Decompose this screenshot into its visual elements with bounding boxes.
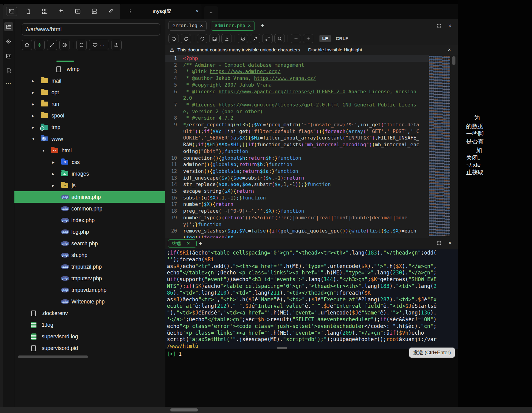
undo-icon[interactable] — [168, 34, 179, 43]
prompt-input[interactable]: 1 — [179, 351, 182, 357]
refresh-icon[interactable] — [197, 34, 207, 43]
tree-item[interactable]: ▶spool — [14, 110, 165, 121]
line-number: 10 — [165, 155, 183, 162]
tab-terminal[interactable]: 终端 × — [168, 239, 197, 248]
plus-icon[interactable] — [303, 34, 313, 43]
chevron-collapsed-icon[interactable]: ▶ — [32, 91, 41, 94]
file-icon[interactable] — [21, 6, 35, 17]
app-tab-mysql[interactable]: mysql应 × — [120, 4, 202, 19]
chevron-collapsed-icon[interactable]: ▶ — [32, 126, 41, 129]
more-icon[interactable]: ··· — [4, 79, 13, 88]
fit-icon[interactable] — [47, 40, 57, 50]
taskbar-handle[interactable] — [170, 408, 198, 411]
tree-item[interactable]: phpindex.php — [14, 214, 165, 226]
expand-pane-icon[interactable] — [437, 241, 441, 245]
tree-item[interactable]: ▶run — [14, 98, 165, 110]
chevron-collapsed-icon[interactable]: ▶ — [32, 114, 41, 117]
tree-item[interactable]: phpsh.php — [14, 249, 165, 261]
locate-icon[interactable] — [34, 40, 45, 50]
file-history-icon[interactable] — [4, 66, 13, 75]
tree-item[interactable]: phptmpubzil.php — [14, 261, 165, 273]
minimap[interactable] — [429, 56, 450, 236]
tab-close-icon[interactable]: × — [248, 23, 251, 28]
search-icon[interactable] — [274, 34, 285, 43]
layout-grid-icon[interactable] — [38, 6, 51, 17]
tree-item[interactable]: phpWritenote.php — [14, 296, 165, 307]
collapse-icon[interactable] — [250, 34, 260, 43]
tree-item[interactable]: ▼www — [14, 133, 165, 145]
folder-icon[interactable] — [4, 22, 13, 31]
eol-crlf-toggle[interactable]: CRLF — [336, 36, 348, 41]
chevron-collapsed-icon[interactable]: ▶ — [52, 161, 61, 164]
chevron-expanded-icon[interactable]: ▼ — [32, 137, 41, 141]
tree-item[interactable]: phpsearch.php — [14, 238, 165, 249]
tree-item[interactable]: supervisord.log — [14, 331, 165, 342]
send-button[interactable]: 发送 (Ctrl+Enter) — [409, 348, 455, 358]
heart-icon[interactable] — [92, 43, 98, 48]
chevron-collapsed-icon[interactable]: ▶ — [32, 79, 41, 83]
tree-item[interactable]: phpcommon.php — [14, 203, 165, 214]
dismiss-warning-icon[interactable]: × — [445, 47, 454, 53]
tab-close-icon[interactable]: × — [193, 8, 202, 14]
tree-item[interactable]: ▶tmp — [14, 121, 165, 133]
code-line: 14str_replace($oe.$oe,$oe,substr($v,1,-1… — [165, 181, 429, 188]
terminal-output[interactable]: ;if($Ri)äecho"<table cellspacing='0'>çn"… — [165, 249, 458, 349]
chevron-collapsed-icon[interactable]: ▶ — [52, 184, 61, 187]
terminal-icon[interactable] — [6, 7, 17, 16]
tab-adminer-php[interactable]: adminer.php × — [211, 21, 255, 31]
terminal-prompt-row[interactable]: > 1 — [168, 349, 182, 359]
tree-item[interactable]: supervisord.pid — [14, 342, 165, 354]
chevron-expanded-icon[interactable]: ▼ — [42, 149, 51, 152]
tree-item[interactable]: ▶mail — [14, 75, 165, 87]
tab-close-icon[interactable]: × — [184, 240, 193, 247]
wrench-icon[interactable] — [104, 6, 118, 17]
tab-list-chevron-icon[interactable] — [204, 6, 218, 19]
tree-item[interactable]: ▶opt — [14, 87, 165, 98]
tree-item[interactable]: phplog.php — [14, 226, 165, 238]
file-tree[interactable]: wtmp▶mail▶opt▶run▶spool▶tmp▼www▼html▶css… — [14, 63, 165, 354]
tab-close-icon[interactable]: × — [200, 23, 203, 28]
terminal-horizontal-scrollbar[interactable] — [277, 347, 287, 349]
tree-item[interactable]: .dockerenv — [14, 307, 165, 319]
tree-item[interactable]: ▶images — [14, 168, 165, 180]
tree-item[interactable]: phptmpuvdzm.php — [14, 284, 165, 296]
tree-item[interactable]: wtmp — [14, 63, 165, 75]
home-icon[interactable] — [22, 40, 32, 50]
minus-icon[interactable] — [291, 34, 301, 43]
path-input[interactable]: /var/www/html — [22, 23, 160, 35]
divider — [235, 35, 235, 42]
expand-pane-icon[interactable] — [437, 24, 441, 28]
expand-icon[interactable] — [262, 34, 273, 43]
server-icon[interactable] — [88, 6, 101, 17]
code-icon[interactable] — [4, 51, 13, 61]
tree-item[interactable]: 1.log — [14, 319, 165, 331]
tree-item[interactable]: ▶css — [14, 156, 165, 168]
close-pane-icon[interactable]: × — [446, 240, 454, 246]
refresh-icon[interactable] — [76, 40, 87, 50]
save-icon[interactable] — [209, 34, 220, 43]
crosshair-icon[interactable] — [4, 37, 13, 46]
editor-vertical-scrollbar[interactable] — [452, 56, 455, 65]
code-editor[interactable]: 1<?php2/** Adminer - Compact database ma… — [165, 55, 429, 238]
run-terminal-icon[interactable] — [71, 6, 85, 17]
eol-lf-toggle[interactable]: LF — [319, 35, 331, 42]
branch-icon[interactable] — [55, 6, 68, 17]
tree-horizontal-scrollbar[interactable] — [18, 355, 88, 358]
chevron-collapsed-icon[interactable]: ▶ — [32, 102, 41, 106]
compass-icon[interactable] — [238, 34, 248, 43]
upload-icon[interactable] — [111, 40, 122, 50]
download-icon[interactable] — [221, 34, 232, 43]
disable-highlight-link[interactable]: Disable Invisible Highlight — [308, 47, 362, 53]
new-tab-icon[interactable]: + — [261, 22, 265, 30]
new-terminal-icon[interactable]: + — [198, 240, 202, 247]
close-pane-icon[interactable]: × — [446, 23, 454, 29]
tab-error-log[interactable]: error.log × — [168, 21, 207, 31]
eye-icon[interactable] — [59, 40, 70, 50]
tree-item[interactable]: phptmputsrv.php — [14, 273, 165, 284]
more-icon[interactable]: ··· — [99, 43, 106, 48]
chevron-collapsed-icon[interactable]: ▶ — [52, 172, 61, 176]
tree-item[interactable]: ▶js — [14, 180, 165, 191]
tree-item[interactable]: phpadminer.php — [14, 191, 165, 203]
tree-item[interactable]: ▼html — [14, 145, 165, 156]
redo-icon[interactable] — [181, 34, 191, 43]
